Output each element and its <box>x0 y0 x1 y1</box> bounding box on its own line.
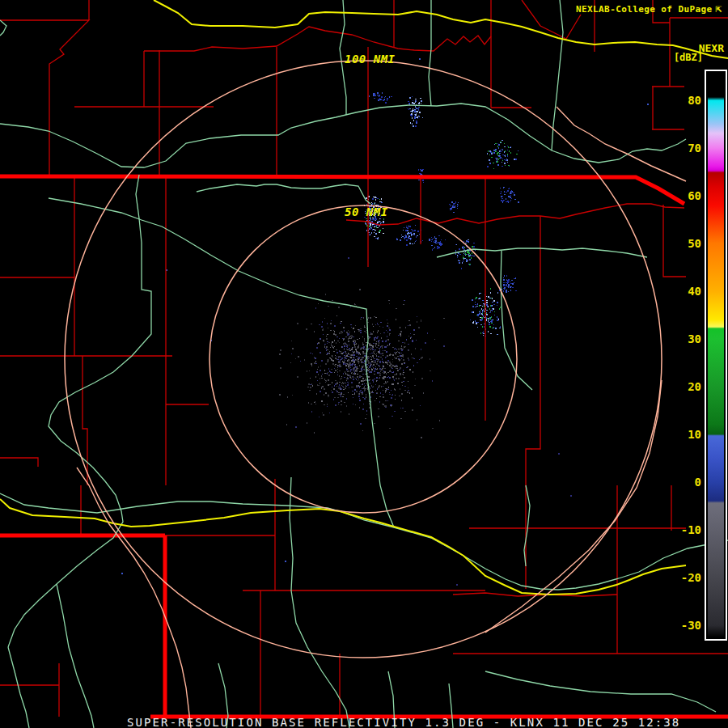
status-caption: SUPER-RESOLUTION BASE REFLECTIVITY 1.3 D… <box>127 716 680 728</box>
colorbar-tick-label: 80 <box>688 95 701 106</box>
colorbar-gradient <box>708 73 724 637</box>
range-ring-label-100: 100 NMI <box>345 53 396 66</box>
colorbar-tick-label: 40 <box>688 286 701 297</box>
colorbar <box>705 70 727 641</box>
colorbar-tick-label: 70 <box>688 142 701 154</box>
map-canvas <box>0 0 728 728</box>
colorbar-tick-label: 20 <box>688 381 701 392</box>
colorbar-tick-label: 10 <box>688 429 701 440</box>
external-link-icon[interactable]: ⇱ <box>716 2 722 15</box>
colorbar-tick-label: 60 <box>688 190 701 201</box>
colorbar-tick-label: -10 <box>681 524 701 535</box>
colorbar-units: [dBZ] <box>674 52 703 63</box>
colorbar-tick-label: 30 <box>688 333 701 345</box>
colorbar-tick-label: 0 <box>695 476 701 488</box>
colorbar-tick-label: -20 <box>681 572 701 583</box>
colorbar-tick-label: -30 <box>681 620 701 631</box>
radar-display: NEXLAB-College of DuPage⇱ NEXR [dBZ] 807… <box>0 0 728 728</box>
app-title: NEXLAB-College of DuPage <box>576 4 713 15</box>
range-ring-label-50: 50 NMI <box>345 205 388 218</box>
title-bar: NEXLAB-College of DuPage⇱ <box>576 2 722 15</box>
colorbar-tick-label: 50 <box>688 238 701 249</box>
